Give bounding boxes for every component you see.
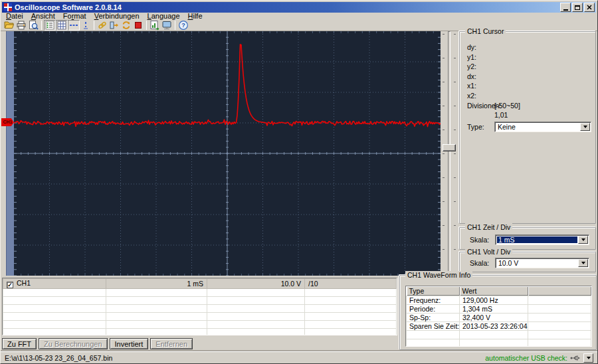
export-chart-button[interactable]: [149, 20, 161, 31]
print-preview-icon: [28, 20, 39, 31]
cursor-field-x1: x1:: [460, 81, 595, 91]
minimize-icon: [563, 9, 568, 11]
window-title: Oscilloscope Software 2.0.8.14: [15, 3, 122, 11]
ch1-time-div-title: CH1 Zeit / Div: [465, 223, 512, 232]
volt-scale-select[interactable]: 10.0 V: [495, 258, 589, 268]
slider-track[interactable]: [448, 31, 450, 276]
grid-button[interactable]: [56, 20, 68, 31]
vertical-cursors-icon: [80, 20, 91, 31]
slider-ticks-left: [443, 34, 445, 273]
ch1-cursor-title: CH1 Cursor: [465, 27, 506, 36]
toolbar-separator: [146, 21, 147, 30]
connect-icon: [109, 20, 120, 31]
waveform-info-row-frequency: Frequenz:129,000 Hz: [407, 296, 591, 304]
print-preview-button[interactable]: [27, 20, 39, 31]
title-bar: Oscilloscope Software 2.0.8.14: [2, 2, 596, 13]
channel-row-ch1[interactable]: ✓CH1 1 mS 10.0 V /10: [3, 279, 397, 289]
ch1-volt-div-group: CH1 Volt / Div Skala: 10.0 V: [459, 252, 596, 272]
menu-hilfe[interactable]: Hilfe: [184, 13, 207, 20]
dropdown-arrow-icon[interactable]: [580, 123, 590, 131]
waveform-info-header[interactable]: Type Wert: [407, 286, 591, 296]
vertical-cursors-button[interactable]: [80, 20, 92, 31]
cursor-type-select[interactable]: Keine: [494, 122, 591, 132]
zu-fft-button[interactable]: Zu FFT: [2, 338, 37, 349]
scope-canvas[interactable]: [14, 31, 441, 276]
ch1-waveform-info-group: CH1 WaveForm Info Type Wert Frequenz:129…: [399, 275, 597, 350]
ch1-volt-div-title: CH1 Volt / Div: [465, 248, 512, 256]
minimize-button[interactable]: [560, 3, 571, 12]
oscilloscope-display: CH1: [6, 31, 441, 276]
vertical-position-slider: [441, 31, 458, 276]
channel-volt-scale: 10.0 V: [207, 279, 305, 289]
status-bar: E:\a\1\13-05-23 23_26_04_657.bin automat…: [1, 351, 597, 364]
waveform-info-row-peak: Sp-Sp:32,400 V: [407, 313, 591, 321]
toolbar-separator: [94, 21, 94, 30]
refresh-button[interactable]: [120, 20, 132, 31]
horizontal-cursors-button[interactable]: [68, 20, 80, 31]
legend-icon: [45, 20, 55, 31]
cursor-field-dy: dy:: [460, 43, 595, 52]
channel-checkbox[interactable]: ✓: [7, 282, 13, 288]
help-button[interactable]: ?: [177, 20, 189, 31]
link-button[interactable]: [96, 20, 108, 31]
channel-name: CH1: [17, 279, 31, 287]
connect-button[interactable]: [108, 20, 120, 31]
menu-ansicht[interactable]: Ansicht: [27, 13, 59, 20]
channel-empty-row: [3, 305, 397, 313]
maximize-button[interactable]: [572, 3, 583, 12]
cursor-divisions-value-row: 1,01: [460, 110, 595, 120]
display-button[interactable]: [161, 20, 173, 31]
cursor-field-y1: y1:: [460, 52, 595, 62]
waveform-plot: [14, 31, 441, 276]
waveform-info-empty-row: [407, 339, 591, 347]
channel-empty-row: [3, 329, 397, 336]
waveform-info-table: Type Wert Frequenz:129,000 Hz Periode:1,…: [405, 286, 592, 347]
waveform-info-row-period: Periode:1,304 mS: [407, 304, 591, 313]
export-chart-icon: [150, 20, 160, 31]
volt-scale-label: Skala:: [470, 259, 489, 267]
open-file-icon: [4, 20, 15, 31]
menu-verbindungen[interactable]: Verbindungen: [90, 13, 144, 20]
channel-position-gutter[interactable]: [6, 31, 14, 276]
invertiert-button[interactable]: Invertiert: [110, 338, 149, 349]
refresh-icon: [121, 20, 132, 31]
legend-button[interactable]: [44, 20, 56, 31]
waveform-info-empty-row: [407, 330, 591, 339]
usb-check-label: automatischer USB check:: [485, 354, 567, 362]
slider-ticks-right: [454, 34, 456, 273]
open-file-button[interactable]: [3, 20, 15, 31]
channel-time-scale: 1 mS: [106, 279, 207, 289]
file-path: E:\a\1\13-05-23 23_26_04_657.bin: [5, 354, 112, 362]
usb-check-dropdown[interactable]: [583, 353, 593, 363]
zu-berechnungen-button[interactable]: Zu Berechnungen: [39, 338, 107, 349]
dropdown-arrow-icon[interactable]: [578, 259, 588, 267]
menu-datei[interactable]: Datei: [2, 13, 27, 20]
menu-format[interactable]: Format: [59, 13, 90, 20]
cursor-field-x2: x2:: [460, 91, 595, 101]
entfernen-button[interactable]: Entfernen: [150, 338, 193, 349]
horizontal-cursors-icon: [68, 20, 79, 31]
print-button[interactable]: [15, 20, 27, 31]
link-icon: [97, 20, 108, 31]
toolbar-separator: [175, 21, 175, 30]
dropdown-arrow-icon[interactable]: [578, 236, 588, 244]
stop-icon: [133, 20, 144, 31]
time-scale-select[interactable]: 1 mS: [495, 234, 589, 245]
channel-table: ✓CH1 1 mS 10.0 V /10: [2, 278, 397, 335]
menu-bar: Datei Ansicht Format Verbindungen Langua…: [2, 13, 596, 20]
menu-language[interactable]: Language: [144, 13, 184, 20]
slider-thumb[interactable]: [443, 144, 456, 151]
close-icon: [587, 5, 592, 10]
maximize-icon: [575, 5, 580, 10]
cursor-divisions-row: Divisionen:[-50~50]: [460, 101, 595, 111]
channel-empty-row: [3, 297, 397, 305]
stop-button[interactable]: [132, 20, 144, 31]
help-icon: ?: [178, 20, 189, 31]
channel-empty-row: [3, 321, 397, 329]
cursor-field-y2: y2:: [460, 62, 595, 72]
cursor-type-row: Type: Keine: [460, 122, 595, 132]
close-button[interactable]: [584, 3, 595, 12]
channel-probe: /10: [305, 279, 397, 289]
cursor-field-dx: dx:: [460, 72, 595, 82]
grid-icon: [56, 20, 67, 31]
